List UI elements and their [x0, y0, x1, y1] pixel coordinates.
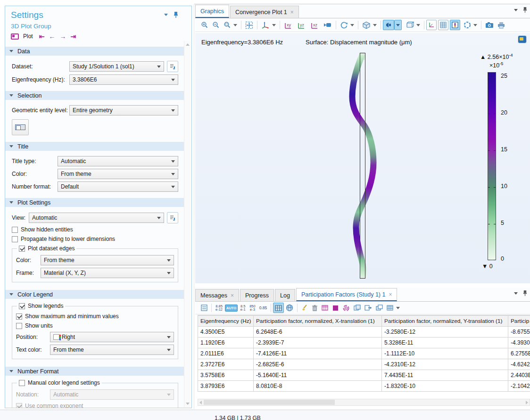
show-max-min-checkbox[interactable] [16, 313, 22, 320]
full-precision-button[interactable] [199, 303, 209, 313]
scene-button[interactable] [360, 20, 379, 30]
scroll-up-icon[interactable] [186, 43, 190, 46]
go-to-view-source-button[interactable] [167, 212, 178, 223]
tab-progress[interactable]: Progress [240, 289, 274, 301]
view-settings-button[interactable] [404, 20, 422, 30]
engineering-notation-button[interactable]: 8.5e-1 [238, 303, 248, 313]
zoom-in-button[interactable] [199, 20, 210, 30]
pin-icon[interactable] [523, 290, 527, 296]
number-format-combobox[interactable]: Default [58, 181, 178, 192]
tab-log[interactable]: Log [275, 289, 295, 301]
table-row[interactable]: 2.3727E6-2.6825E-6-4.2310E-12-4.6242E [198, 359, 530, 370]
tab-convergence-plot[interactable]: Convergence Plot 1 × [230, 6, 299, 18]
plot-dataset-edges-checkbox[interactable] [19, 246, 25, 252]
image-snapshot-button[interactable] [483, 20, 496, 30]
table-view-button[interactable] [273, 303, 284, 313]
window-menu-chevron-icon[interactable] [514, 9, 518, 11]
use-common-exponent-checkbox[interactable] [16, 403, 22, 408]
propagate-hiding-checkbox[interactable] [12, 236, 18, 242]
dataset-combobox[interactable]: Study 1/Solution 1 (sol1) [69, 61, 164, 72]
show-legends-checkbox[interactable] [19, 303, 25, 309]
pin-icon[interactable] [523, 7, 527, 13]
duplicate-table-button[interactable] [374, 303, 385, 313]
frame-combobox[interactable]: Material (X, Y, Z) [41, 268, 174, 278]
activate-selection-button[interactable] [12, 119, 29, 135]
zoom-out-button[interactable] [210, 20, 222, 30]
tab-participation-factors[interactable]: Participation Factors (Study 1) 1 × [296, 288, 398, 301]
col-header-x-translation[interactable]: Participation factor, normalized, X-tran… [254, 316, 382, 327]
copy-table-button[interactable] [352, 303, 363, 313]
orthographic-projection-button[interactable] [322, 20, 334, 30]
zoom-box-button[interactable] [222, 20, 239, 30]
table-row[interactable]: 4.3500E56.2648E-6-3.2580E-12-8.6755E [198, 327, 530, 338]
eigenfrequency-combobox[interactable]: 3.3806E6 [69, 74, 178, 85]
title-color-combobox[interactable]: From theme [58, 169, 178, 179]
add-table-button[interactable] [320, 303, 331, 313]
plot-canvas[interactable]: Eigenfrequency=3.3806E6 Hz Surface: Disp… [195, 33, 530, 283]
zoom-extents-button[interactable] [243, 20, 255, 30]
last-eigenfrequency-button[interactable]: ⇥ [70, 33, 76, 40]
environment-reflections-button[interactable] [462, 20, 479, 30]
notation-combobox[interactable]: Automatic [50, 389, 174, 400]
settings-scrollbar[interactable] [184, 41, 191, 407]
pin-icon[interactable] [174, 12, 178, 18]
show-units-checkbox[interactable] [16, 323, 22, 329]
automatic-notation-button[interactable]: AUTO [224, 303, 238, 313]
position-combobox[interactable]: Right [50, 332, 174, 342]
section-header-plot-settings[interactable]: Plot Settings [5, 198, 184, 207]
section-header-data[interactable]: Data [5, 47, 184, 56]
scene-light-menu-button[interactable] [394, 20, 402, 30]
view-xy-button[interactable]: xy [282, 20, 295, 30]
print-button[interactable] [496, 20, 507, 30]
scrollbar-thumb[interactable] [204, 400, 335, 405]
plot-group-corner-icon[interactable] [518, 36, 526, 43]
view-yz-button[interactable]: yz [295, 20, 308, 30]
plot-button[interactable]: Plot [23, 33, 33, 40]
title-type-combobox[interactable]: Automatic [58, 156, 178, 166]
show-grid-button[interactable] [438, 20, 448, 30]
geometric-entity-level-combobox[interactable]: Entire geometry [69, 105, 178, 115]
close-icon[interactable]: × [231, 292, 234, 299]
scroll-left-icon[interactable] [199, 401, 202, 404]
text-color-combobox[interactable]: From theme [50, 345, 174, 355]
view-xz-button[interactable]: xz [308, 20, 322, 30]
col-header-y-translation[interactable]: Participation factor, normalized, Y-tran… [382, 316, 508, 327]
close-icon[interactable]: × [290, 9, 294, 16]
close-icon[interactable]: × [389, 291, 392, 298]
full-precision-sphere-button[interactable] [284, 303, 295, 313]
export-table-button[interactable] [363, 303, 374, 313]
participation-swirl-button[interactable] [340, 303, 352, 313]
tab-graphics[interactable]: Graphics [195, 5, 229, 18]
window-menu-chevron-icon[interactable] [164, 14, 168, 16]
section-header-title[interactable]: Title [5, 142, 184, 151]
table-horizontal-scrollbar[interactable] [198, 399, 530, 406]
scroll-right-icon[interactable] [526, 401, 528, 404]
manual-color-legend-checkbox[interactable] [19, 380, 25, 386]
tab-messages[interactable]: Messages × [195, 289, 239, 301]
view-combobox[interactable]: Automatic [29, 213, 164, 223]
go-to-source-button[interactable] [167, 61, 178, 72]
previous-eigenfrequency-button[interactable]: ← [49, 33, 55, 40]
table-row[interactable]: 2.0111E6-7.4126E-11-1.1112E-106.2755E- [198, 348, 530, 359]
table-row[interactable]: 3.5758E6-5.1640E-117.4435E-112.4403E- [198, 370, 530, 381]
first-eigenfrequency-button[interactable]: ⇤ [39, 33, 45, 40]
col-header-z-translation[interactable]: Particip [508, 316, 530, 327]
scene-light-button[interactable] [383, 20, 394, 30]
window-menu-chevron-icon[interactable] [514, 292, 518, 295]
section-header-number-format[interactable]: Number Format [5, 367, 184, 376]
color-table-button[interactable] [331, 303, 340, 313]
decimal-notation-button[interactable]: 0.85 [257, 303, 269, 313]
participation-table[interactable]: Eigenfrequency (Hz) Participation factor… [198, 315, 530, 392]
section-header-color-legend[interactable]: Color Legend [5, 290, 184, 299]
show-hidden-entities-checkbox[interactable] [12, 227, 18, 233]
table-row[interactable]: 1.1920E6-2.3939E-75.3286E-11-4.3930E [198, 338, 530, 348]
section-header-selection[interactable]: Selection [5, 91, 184, 100]
show-axis-button[interactable] [426, 20, 437, 30]
edges-color-combobox[interactable]: From theme [41, 255, 174, 265]
compact-notation-button[interactable]: 850e-3 [248, 303, 257, 313]
rotate-button[interactable] [338, 20, 356, 30]
col-header-eigenfrequency[interactable]: Eigenfrequency (Hz) [198, 316, 254, 327]
clear-table-button[interactable] [299, 303, 310, 313]
panel-divider[interactable] [194, 4, 194, 409]
scientific-notation-button[interactable]: 8.85e-12 [214, 303, 224, 313]
